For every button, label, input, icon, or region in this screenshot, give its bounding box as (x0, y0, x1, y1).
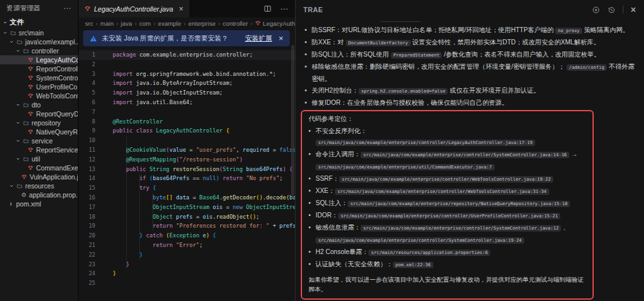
tree-item[interactable]: pom.xml (0, 199, 78, 208)
line-content (95, 107, 113, 117)
tree-item-label: SystemControl... (36, 75, 78, 82)
code-chip[interactable]: src/main/java/com/example/enterprise/con… (339, 176, 554, 183)
tree-item[interactable]: resources (0, 181, 78, 190)
code-reference-box: 代码参考定位： •不安全反序列化：src/main/java/com/examp… (301, 110, 594, 300)
chevron-down-icon (15, 156, 21, 161)
tree-item[interactable]: dto (0, 100, 78, 109)
tree-item[interactable]: ReportControll... (0, 64, 78, 73)
code-line: 12 @RequestMapping("/restore-session") (79, 155, 295, 165)
breadcrumb-item[interactable]: src (85, 20, 93, 27)
line-content: Object prefs = ois.readObject(); (95, 212, 260, 222)
breadcrumb-separator: › (96, 20, 98, 27)
code-chip[interactable]: src/main/resources/application.propertie… (368, 250, 490, 256)
editor-scrollbar[interactable] (291, 45, 294, 196)
gear-icon: ⚙ (21, 192, 26, 198)
java-file-icon (28, 57, 33, 63)
tree-item[interactable]: util (0, 154, 78, 163)
code-chip[interactable]: DocumentBuilderFactory (346, 40, 411, 46)
reference-item: •H2 Console暴露：src/main/resources/applica… (308, 246, 586, 259)
item-text: 关闭H2控制台：spring.h2.console.enabled=false … (312, 85, 635, 97)
explorer-more-icon[interactable]: ⋯ (63, 4, 71, 13)
code-line: 7 (79, 107, 295, 117)
breadcrumb-item[interactable]: main (100, 20, 114, 27)
tree-item-label: VulnApplication.j... (30, 174, 78, 181)
advice-item: •移除敏感信息泄露：删除硬编码密钥，改用安全的配置管理（环境变量/密钥管理服务）… (305, 61, 635, 85)
tree-item[interactable]: VulnApplication.j... (0, 172, 78, 181)
notification-close-icon[interactable]: × (278, 33, 283, 43)
line-number: 15 (79, 183, 95, 193)
line-content: } (95, 269, 116, 278)
breadcrumb-label: enterprise (188, 20, 215, 27)
text-segment: 修复IDOR：在业务层做身份与授权校验，确保仅能访问自己的资源。 (312, 99, 508, 106)
code-chip[interactable]: src/main/java/com/example/enterprise/con… (335, 188, 549, 195)
line-content: return "Preferences restored for: " + pr… (95, 221, 295, 231)
bullet-marker: • (308, 246, 316, 259)
tree-item[interactable]: ReportQueryD... (0, 109, 78, 118)
folder-icon (10, 30, 16, 36)
closing-message: 如果你希望，我可以进一步在该项目中加入安全配置与修复改动，并提供对应的单元测试与… (308, 275, 586, 294)
code-chip[interactable]: src/main/java/com/example/enterprise/con… (361, 152, 569, 158)
item-text: 敏感信息泄露：src/main/java/com/example/enterpr… (316, 222, 586, 246)
editor-group: LegacyAuthController.java × ⋯ src›main›j… (79, 0, 295, 301)
code-chip[interactable]: PreparedStatement (391, 52, 442, 59)
code-editor[interactable]: 未安装 Java 所需的扩展，是否需要安装？ 安装扩展 × 1package c… (79, 29, 295, 301)
breadcrumb-item[interactable]: java (121, 20, 132, 27)
breadcrumb-item[interactable]: example (158, 20, 181, 27)
line-content: byte[] data = Base64.getDecoder().decode… (95, 193, 295, 203)
split-editor-icon[interactable] (263, 5, 272, 13)
tree-item-label: pom.xml (16, 201, 41, 208)
item-text: 认证缺失（无安全依赖）：pom.xml:22-36 (316, 259, 586, 271)
bullet-marker: • (308, 259, 316, 271)
tab-legacyauthcontroller[interactable]: LegacyAuthController.java × (79, 0, 189, 17)
tree-item[interactable]: UserProfileCo... (0, 82, 78, 91)
tree-item[interactable]: LegacyAuthCo... (0, 55, 78, 64)
folder-icon (17, 39, 23, 45)
close-panel-icon[interactable]: × (630, 5, 636, 14)
text-segment: 或仅在开发环境开启并加认证。 (448, 87, 540, 94)
code-line: 8@RestController (79, 117, 295, 127)
bullet-marker: • (305, 24, 312, 37)
breadcrumb-item[interactable]: com (139, 20, 151, 27)
more-actions-icon[interactable]: ⋯ (280, 5, 289, 14)
tree-item[interactable]: controller (0, 46, 78, 55)
code-line: 4import java.io.ByteArrayInputStream; (79, 78, 295, 88)
code-line: 24} (79, 269, 295, 278)
tree-item[interactable]: src\main (0, 28, 78, 37)
new-chat-icon[interactable] (592, 6, 600, 14)
tree-item[interactable]: java\com\exampl... (0, 37, 78, 46)
breadcrumb-item[interactable]: enterprise (188, 20, 215, 27)
tree-item[interactable]: ⚙application.prop... (0, 190, 78, 199)
text-segment: 移除敏感信息泄露：删除硬编码密钥，改用安全的配置管理（环境变量/密钥管理服务）； (312, 63, 567, 70)
text-segment: 命令注入调用： (316, 150, 361, 158)
code-chip[interactable]: no_proxy (555, 28, 582, 34)
workspace-section[interactable]: 文件 (0, 16, 78, 28)
tree-item[interactable]: NativeQueryR... (0, 127, 78, 136)
bullet-marker: • (308, 185, 316, 197)
code-chip[interactable]: src/main/java/com/example/enterprise/rep… (348, 201, 570, 207)
install-extension-link[interactable]: 安装扩展 (245, 34, 272, 43)
code-chip[interactable]: src/main/java/com/example/enterprise/con… (338, 213, 560, 219)
tree-item[interactable]: ReportService.... (0, 145, 78, 154)
code-chip[interactable]: /admin/config (567, 64, 607, 71)
tree-item[interactable]: WebToolsCont... (0, 91, 78, 100)
line-number: 23 (79, 260, 95, 269)
code-chip[interactable]: src/main/java/com/example/enterprise/con… (361, 225, 561, 232)
breadcrumb-item[interactable]: LegacyAuthController.java (255, 20, 295, 27)
tab-close-icon[interactable]: × (179, 5, 184, 14)
tree-item[interactable]: repository (0, 118, 78, 127)
tree-item[interactable]: CommandExe... (0, 163, 78, 172)
code-chip[interactable]: pom.xml:22-36 (393, 262, 433, 268)
tree-item[interactable]: service (0, 136, 78, 145)
code-line: 22 } (79, 250, 295, 260)
tree-item[interactable]: SystemControl... (0, 73, 78, 82)
code-chip[interactable]: src/main/java/com/example/enterprise/con… (316, 140, 535, 146)
history-icon[interactable] (607, 6, 616, 14)
line-content: ObjectInputStream ois = new ObjectInputS… (95, 203, 295, 212)
code-chip[interactable]: src/main/java/com/example/enterprise/con… (316, 237, 524, 244)
line-content: public String restoreSession(String base… (95, 165, 293, 174)
breadcrumb-item[interactable]: controller (223, 20, 248, 27)
breadcrumb-label: java (121, 20, 132, 27)
code-chip[interactable]: src/main/java/com/example/enterprise/uti… (316, 164, 495, 170)
code-chip[interactable]: spring.h2.console.enabled=false (359, 88, 448, 95)
header-divider (623, 6, 623, 14)
